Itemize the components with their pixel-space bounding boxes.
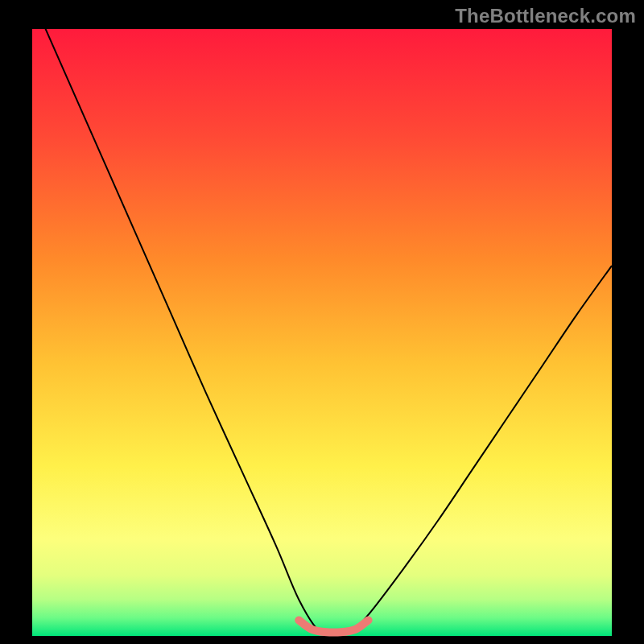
watermark-text: TheBottleneck.com [455,5,636,27]
chart-svg [0,0,644,644]
chart-container: TheBottleneck.com [0,0,644,644]
plot-area [32,29,612,636]
